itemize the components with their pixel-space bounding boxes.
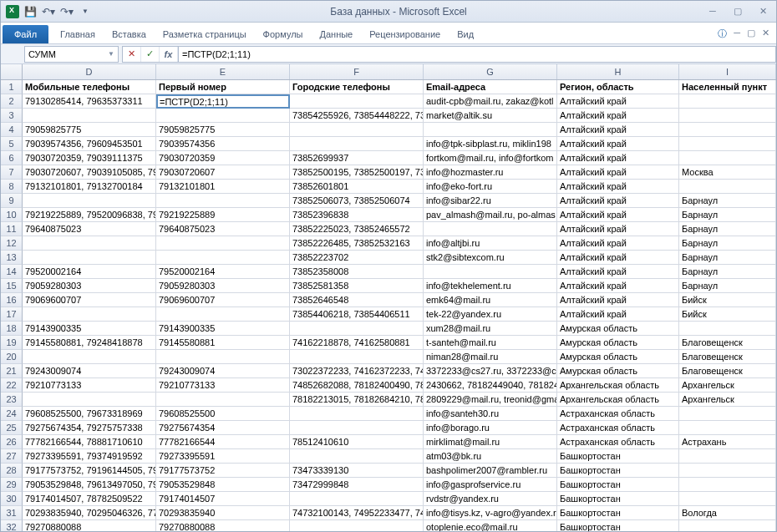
cell[interactable]: 79174014507, 78782509522 bbox=[23, 492, 156, 506]
row-header[interactable]: 8 bbox=[1, 180, 23, 194]
cell[interactable]: =ПСТР(D2;1;11) bbox=[156, 94, 290, 109]
row-header[interactable]: 9 bbox=[1, 194, 23, 208]
cell[interactable] bbox=[156, 350, 290, 364]
row-header[interactable]: 18 bbox=[1, 322, 23, 336]
cell[interactable] bbox=[679, 180, 776, 194]
cell[interactable]: Алтайский край bbox=[557, 279, 679, 293]
tab-layout[interactable]: Разметка страницы bbox=[155, 24, 255, 43]
formula-input[interactable]: =ПСТР(D2;1;11) bbox=[178, 46, 776, 63]
maximize-button[interactable]: ▢ bbox=[729, 6, 746, 17]
row-header[interactable]: 16 bbox=[1, 293, 23, 307]
cell[interactable] bbox=[290, 94, 424, 109]
cell[interactable]: Алтайский край bbox=[557, 208, 679, 222]
cell[interactable]: 77782166544 bbox=[156, 435, 290, 449]
cell[interactable] bbox=[424, 222, 557, 236]
row-header[interactable]: 2 bbox=[1, 94, 23, 109]
col-header-D[interactable]: D bbox=[23, 64, 156, 79]
cell[interactable]: Алтайский край bbox=[557, 137, 679, 151]
row-header[interactable]: 30 bbox=[1, 492, 23, 506]
cell[interactable]: 79132101801 bbox=[156, 180, 290, 194]
cell[interactable]: 73852358008 bbox=[290, 265, 424, 279]
cell[interactable]: 79608525500 bbox=[156, 407, 290, 421]
row-header[interactable]: 13 bbox=[1, 251, 23, 265]
cell[interactable]: Астраханская область bbox=[557, 435, 679, 449]
cell[interactable] bbox=[23, 307, 156, 322]
cell[interactable]: tek-22@yandex.ru bbox=[424, 307, 557, 322]
cell[interactable]: Амурская область bbox=[557, 336, 679, 350]
cell[interactable]: Благовещенск bbox=[679, 364, 776, 378]
cell[interactable]: 79640875023 bbox=[156, 222, 290, 236]
cell[interactable]: 79059280303 bbox=[23, 279, 156, 293]
cell[interactable] bbox=[290, 123, 424, 137]
cell[interactable]: market@altik.su bbox=[424, 109, 557, 123]
col-header-I[interactable]: I bbox=[679, 64, 776, 79]
ribbon-minimize-icon[interactable]: ─ bbox=[734, 28, 740, 40]
row-header[interactable]: 3 bbox=[1, 109, 23, 123]
cell[interactable]: Алтайский край bbox=[557, 251, 679, 265]
cell[interactable] bbox=[679, 478, 776, 492]
cell[interactable]: Москва bbox=[679, 165, 776, 180]
cell[interactable]: info@borago.ru bbox=[424, 421, 557, 435]
cell[interactable]: Барнаул bbox=[679, 251, 776, 265]
ribbon-close-icon[interactable]: ✕ bbox=[762, 28, 769, 40]
cell[interactable]: 79177573752 bbox=[156, 464, 290, 478]
cell[interactable]: 77782166544, 78881710610 bbox=[23, 435, 156, 449]
cell[interactable]: 78512410610 bbox=[290, 435, 424, 449]
tab-view[interactable]: Вид bbox=[449, 24, 482, 43]
cell[interactable]: Башкортостан bbox=[557, 464, 679, 478]
cell[interactable] bbox=[156, 307, 290, 322]
cell[interactable]: 79130285414, 79635373311 bbox=[23, 94, 156, 109]
undo-icon[interactable]: ↶▾ bbox=[41, 4, 56, 19]
cell[interactable]: niman28@mail.ru bbox=[424, 350, 557, 364]
cell[interactable]: otoplenie.eco@mail.ru bbox=[424, 520, 557, 531]
cell[interactable]: rvdstr@yandex.ru bbox=[424, 492, 557, 506]
col-header-E[interactable]: E bbox=[156, 64, 290, 79]
cell[interactable]: 79275674354 bbox=[156, 421, 290, 435]
cell[interactable]: pav_almash@mail.ru, po-almas bbox=[424, 208, 557, 222]
cell[interactable]: Email-адреса bbox=[424, 80, 557, 94]
cell[interactable]: 79270880088 bbox=[23, 520, 156, 531]
cell[interactable]: Алтайский край bbox=[557, 109, 679, 123]
cell[interactable]: 79270880088 bbox=[156, 520, 290, 531]
cell[interactable]: 79273395591 bbox=[156, 449, 290, 464]
cell[interactable]: Башкортостан bbox=[557, 506, 679, 520]
cell[interactable]: emk64@mail.ru bbox=[424, 293, 557, 307]
cell[interactable] bbox=[290, 137, 424, 151]
cell[interactable]: 79243009074 bbox=[156, 364, 290, 378]
row-header[interactable]: 25 bbox=[1, 421, 23, 435]
row-header[interactable]: 15 bbox=[1, 279, 23, 293]
cell[interactable]: Алтайский край bbox=[557, 94, 679, 109]
cell[interactable]: xum28@mail.ru bbox=[424, 322, 557, 336]
cell[interactable]: 79069600707 bbox=[23, 293, 156, 307]
cell[interactable]: 70293835940 bbox=[156, 506, 290, 520]
cell[interactable]: 73852646548 bbox=[290, 293, 424, 307]
cell[interactable]: 79177573752, 79196144505, 7987 bbox=[23, 464, 156, 478]
row-header[interactable]: 20 bbox=[1, 350, 23, 364]
cell[interactable] bbox=[679, 520, 776, 531]
cell[interactable]: 79143900335 bbox=[156, 322, 290, 336]
cell[interactable]: 79145580881, 79248418878 bbox=[23, 336, 156, 350]
cell[interactable]: Астраханская область bbox=[557, 407, 679, 421]
cell[interactable]: Алтайский край bbox=[557, 123, 679, 137]
cell[interactable]: Астраханская область bbox=[557, 421, 679, 435]
cell[interactable]: 79243009074 bbox=[23, 364, 156, 378]
tab-formulas[interactable]: Формулы bbox=[255, 24, 312, 43]
cell[interactable]: mirklimat@mail.ru bbox=[424, 435, 557, 449]
cell[interactable] bbox=[679, 421, 776, 435]
cell[interactable] bbox=[679, 94, 776, 109]
cell[interactable] bbox=[679, 449, 776, 464]
cell[interactable]: 79053529848, 79613497050, 7961 bbox=[23, 478, 156, 492]
cell[interactable]: 79059825775 bbox=[156, 123, 290, 137]
help-icon[interactable]: ⓘ bbox=[718, 28, 727, 40]
cell[interactable] bbox=[679, 492, 776, 506]
cell[interactable]: 2809229@mail.ru, treonid@gma bbox=[424, 393, 557, 407]
cell[interactable]: 73022372233, 74162372233, 7416 bbox=[290, 364, 424, 378]
cell[interactable]: 79640875023 bbox=[23, 222, 156, 236]
cell[interactable]: Барнаул bbox=[679, 265, 776, 279]
tab-home[interactable]: Главная bbox=[52, 24, 104, 43]
cell[interactable]: Архангельская область bbox=[557, 393, 679, 407]
cell[interactable] bbox=[290, 492, 424, 506]
cell[interactable]: 74162218878, 74162580881 bbox=[290, 336, 424, 350]
cell[interactable]: Алтайский край bbox=[557, 165, 679, 180]
cell[interactable] bbox=[679, 151, 776, 165]
